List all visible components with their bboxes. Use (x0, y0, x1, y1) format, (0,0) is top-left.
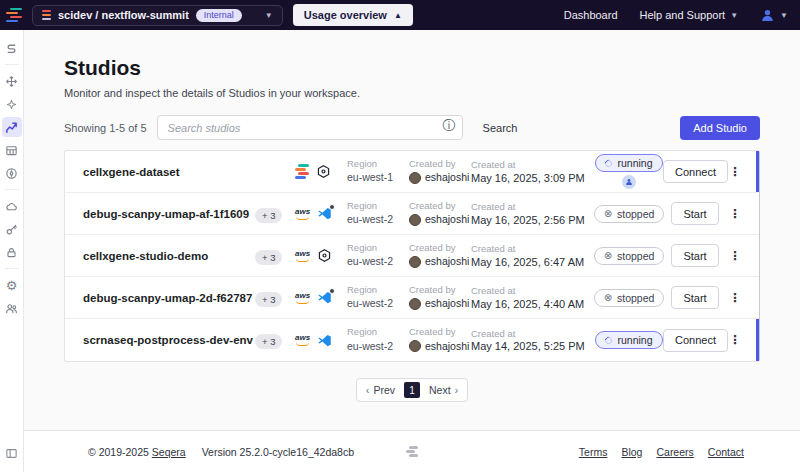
sidebar-divider (5, 64, 19, 65)
start-button[interactable]: Start (671, 286, 718, 309)
contact-link[interactable]: Contact (708, 446, 744, 458)
page-title: Studios (64, 56, 760, 80)
next-page-button[interactable]: Next › (429, 384, 458, 396)
created-at-label: Created at (471, 328, 595, 340)
chevron-right-icon: › (455, 384, 459, 396)
creator-avatar (409, 340, 421, 352)
created-at-label: Created at (471, 285, 595, 297)
created-at-label: Created at (471, 201, 595, 213)
seqera-mark-icon[interactable] (2, 38, 22, 58)
studio-name[interactable]: scrnaseq-postprocess-dev-env (83, 334, 255, 346)
vscode-icon (317, 333, 332, 348)
results-count: Showing 1-5 of 5 (64, 122, 147, 134)
info-icon[interactable]: ⓘ (443, 119, 456, 132)
row-menu-kebab-icon[interactable]: ⋮ (727, 208, 741, 220)
chevron-down-icon: ▼ (780, 11, 788, 20)
creator-avatar (409, 172, 421, 184)
creator-avatar (409, 214, 421, 226)
chevron-down-icon: ▼ (730, 11, 738, 20)
container-icon (317, 248, 332, 263)
gear-icon[interactable]: ⚙ (2, 275, 22, 295)
sparkle-icon[interactable] (2, 94, 22, 114)
usage-overview-label: Usage overview (304, 9, 387, 21)
workspace-mini-logo-icon (42, 10, 51, 21)
nav-dashboard[interactable]: Dashboard (564, 9, 618, 21)
region-value: eu-west-2 (347, 339, 409, 354)
start-button[interactable]: Start (671, 202, 718, 225)
nav-help-support[interactable]: Help and Support ▼ (640, 9, 739, 21)
copyright-text: © 2019-2025 Seqera (88, 446, 186, 458)
studio-name[interactable]: debug-scanpy-umap-2d-f62787 (83, 292, 255, 304)
compass-icon[interactable] (2, 163, 22, 183)
spinner-icon (604, 158, 614, 168)
workspace-selector[interactable]: scidev / nextflow-summit Internal ▼ (32, 5, 283, 26)
vscode-icon (317, 206, 332, 221)
table-row[interactable]: debug-scanpy-umap-af-1f1609 + 3 aws Regi… (65, 193, 759, 235)
created-by-label: Created by (409, 158, 471, 170)
key-icon[interactable] (2, 219, 22, 239)
stopped-icon: ⊗ (604, 293, 612, 303)
studio-name[interactable]: cellxgene-studio-demo (83, 250, 255, 262)
search-field-wrap: ⓘ (157, 115, 463, 140)
created-at-value: May 16, 2025, 3:09 PM (471, 172, 595, 184)
help-support-label: Help and Support (640, 9, 726, 21)
aws-icon: aws (295, 208, 310, 220)
created-at-value: May 16, 2025, 4:40 AM (471, 298, 595, 310)
add-studio-button[interactable]: Add Studio (680, 116, 760, 140)
row-menu-kebab-icon[interactable]: ⋮ (727, 292, 741, 304)
status-label: stopped (617, 208, 654, 220)
notification-dot (329, 204, 335, 210)
studios-table: cellxgene-dataset R (64, 150, 760, 362)
main-content: Studios Monitor and inspect the details … (24, 30, 800, 430)
region-value: eu-west-2 (347, 296, 409, 311)
prev-page-button[interactable]: ‹ Prev (366, 384, 395, 396)
status-label: running (617, 334, 652, 346)
cloud-icon[interactable] (2, 196, 22, 216)
user-menu[interactable]: ▼ (760, 8, 788, 23)
status-badge: running (595, 154, 662, 172)
container-icon (316, 164, 331, 179)
connect-button[interactable]: Connect (663, 160, 728, 183)
start-button[interactable]: Start (671, 244, 718, 267)
blog-link[interactable]: Blog (621, 446, 642, 458)
page-number-current[interactable]: 1 (404, 382, 420, 398)
aws-icon: aws (295, 334, 310, 346)
search-button[interactable]: Search (473, 118, 528, 138)
status-badge: ⊗ stopped (594, 247, 665, 265)
table-row[interactable]: cellxgene-dataset R (65, 151, 759, 193)
seqera-logo-icon[interactable] (6, 8, 22, 23)
footer: © 2019-2025 Seqera Version 25.2.0-cycle1… (24, 430, 800, 472)
studios-chart-icon[interactable] (2, 117, 22, 137)
careers-link[interactable]: Careers (656, 446, 693, 458)
usage-overview-button[interactable]: Usage overview ▲ (293, 4, 413, 26)
row-menu-kebab-icon[interactable]: ⋮ (727, 250, 741, 262)
move-arrows-icon[interactable] (2, 71, 22, 91)
stopped-icon: ⊗ (604, 251, 612, 261)
datasets-grid-icon[interactable] (2, 140, 22, 160)
lock-icon[interactable] (2, 242, 22, 262)
table-row[interactable]: cellxgene-studio-demo + 3 aws Region eu-… (65, 235, 759, 277)
sidebar: ⚙ (0, 30, 24, 472)
running-indicator-bar (756, 151, 759, 192)
table-row[interactable]: debug-scanpy-umap-2d-f62787 + 3 aws Regi… (65, 277, 759, 319)
search-input[interactable] (157, 115, 463, 140)
region-value: eu-west-1 (347, 170, 409, 185)
connect-button[interactable]: Connect (663, 329, 728, 352)
collapse-sidebar-icon[interactable] (5, 446, 18, 464)
seqera-link[interactable]: Seqera (152, 446, 186, 458)
members-icon[interactable] (2, 298, 22, 318)
row-menu-kebab-icon[interactable]: ⋮ (727, 334, 741, 346)
terms-link[interactable]: Terms (579, 446, 608, 458)
created-at-value: May 16, 2025, 2:56 PM (471, 214, 595, 226)
region-value: eu-west-2 (347, 212, 409, 227)
created-by-value: eshajoshi (425, 170, 469, 185)
table-row[interactable]: scrnaseq-postprocess-dev-env + 3 aws Reg… (65, 319, 759, 361)
created-by-value: eshajoshi (425, 339, 469, 354)
studio-name[interactable]: debug-scanpy-umap-af-1f1609 (83, 208, 255, 220)
studio-name[interactable]: cellxgene-dataset (83, 166, 255, 178)
toolbar: Showing 1-5 of 5 ⓘ Search Add Studio (64, 115, 760, 140)
spinner-icon (604, 335, 614, 345)
workspace-visibility-badge: Internal (196, 9, 242, 22)
row-menu-kebab-icon[interactable]: ⋮ (727, 166, 741, 178)
created-by-label: Created by (409, 326, 471, 338)
